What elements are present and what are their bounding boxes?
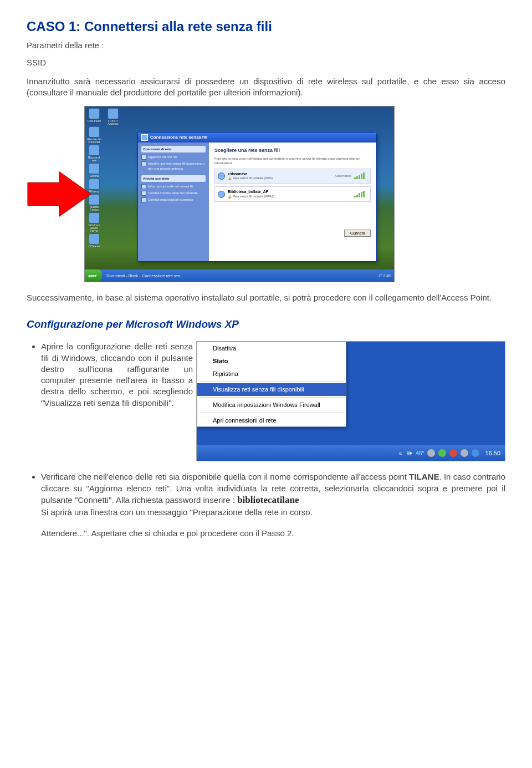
config-heading: Configurazione per Microsoft Windows XP — [27, 317, 505, 332]
network-security: Rete senza fili protetta (WPA) — [233, 176, 273, 180]
menu-item-apri-connessioni[interactable]: Apri connessioni di rete — [197, 414, 346, 427]
subtitle: Parametri della rete : — [27, 40, 505, 51]
paragraph-after-figure: Successivamente, in base al sistema oper… — [27, 292, 505, 303]
window-main: Scegliere una rete senza fili Fare clic … — [209, 143, 376, 261]
tray-clock: 16.50 — [485, 449, 500, 457]
antenna-icon — [218, 191, 225, 198]
intro-paragraph: Innanzitutto sarà necessario assicurarsi… — [27, 76, 505, 99]
network-name: Biblioteca_bollate_AP — [228, 189, 351, 194]
tray-chevron-icon[interactable]: « — [399, 450, 402, 457]
wireless-window: Connessione rete senza fili Operazioni d… — [137, 132, 377, 262]
connect-button[interactable]: Connetti — [344, 230, 371, 237]
red-arrow-icon — [27, 169, 92, 219]
menu-separator — [200, 413, 344, 413]
signal-icon — [354, 191, 367, 197]
menu-item-ripristina[interactable]: Ripristina — [197, 368, 346, 380]
menu-separator — [200, 397, 344, 398]
sidebar-header-1: Operazioni di rete — [141, 146, 206, 152]
window-title: Connessione rete senza fili — [150, 135, 207, 141]
menu-item-firewall[interactable]: Modifica impostazioni Windows Firewall — [197, 399, 346, 411]
bullet-1: Aprire la configurazione delle reti senz… — [41, 341, 193, 409]
sidebar-link[interactable]: Informazioni sulle reti senza fili — [141, 184, 206, 189]
network-auto: Automatico — [335, 174, 351, 178]
tray-bar: « 🕪 46° 16.50 — [197, 445, 505, 461]
context-menu: Disattiva Stato Ripristina Visualizza re… — [197, 342, 346, 427]
signal-icon — [354, 172, 367, 179]
tray-temperature: 46° — [416, 450, 424, 457]
tray-icon[interactable] — [438, 449, 446, 457]
bullet-2-text-pre: Verificare che nell'elenco delle reti si… — [41, 472, 409, 481]
tray-icon[interactable] — [461, 449, 468, 457]
taskbar: start Documenti - Block... Connessione r… — [85, 269, 394, 282]
bullet-2-tilane: TILANE — [409, 472, 439, 481]
ssid-label: SSID — [27, 57, 505, 68]
menu-item-visualizza-reti[interactable]: Visualizza reti senza fili disponibili — [197, 383, 346, 396]
figure-desktop: DocumentiF-PROT Antivirus Risorse del co… — [27, 106, 505, 282]
tray-speaker-icon[interactable]: 🕪 — [406, 449, 412, 457]
sidebar-header-2: Attività correlate — [141, 175, 206, 182]
bullet-2: Verificare che nell'elenco delle reti si… — [41, 471, 505, 518]
bottom-paragraph: Attendere...". Aspettare che si chiuda e… — [27, 528, 505, 539]
sidebar-link[interactable]: Aggiorna elenco reti — [141, 155, 206, 160]
window-icon — [141, 134, 148, 141]
svg-marker-0 — [28, 172, 91, 217]
sidebar-link[interactable]: Cambia impostazioni avanzate — [141, 197, 206, 202]
network-row[interactable]: Biblioteca_bollate_AP 🔒Rete senza fili p… — [214, 186, 371, 202]
sidebar-link[interactable]: Cambia l'ordine delle reti preferite — [141, 191, 206, 196]
sidebar-link[interactable]: Installa una rete senza fili domestica o… — [141, 161, 206, 170]
network-row[interactable]: csbnonew 🔒Rete senza fili protetta (WPA)… — [214, 169, 371, 184]
desktop-screenshot: DocumentiF-PROT Antivirus Risorse del co… — [84, 106, 395, 282]
page-title: CASO 1: Connettersi alla rete senza fili — [27, 18, 505, 35]
bullet-2-password: bibliotecatilane — [237, 495, 299, 505]
main-title: Scegliere una rete senza fili — [214, 147, 371, 154]
window-titlebar: Connessione rete senza fili — [138, 133, 376, 143]
network-security: Rete senza fili protetta (WPA2) — [233, 195, 274, 199]
antenna-icon — [218, 172, 225, 180]
network-name: csbnonew — [228, 171, 332, 176]
bullet-2-after: Si aprirà una finestra con un messaggio … — [41, 507, 313, 517]
tray-icon[interactable] — [427, 449, 435, 457]
lock-icon: 🔒 — [228, 195, 232, 199]
context-menu-screenshot: Disattiva Stato Ripristina Visualizza re… — [196, 341, 505, 461]
tray-icon[interactable] — [449, 449, 457, 457]
lock-icon: 🔒 — [228, 176, 232, 181]
tray-icon[interactable] — [472, 449, 479, 457]
start-button[interactable]: start — [85, 269, 102, 282]
system-tray: IT 2:49 — [378, 273, 394, 278]
window-sidebar: Operazioni di rete Aggiorna elenco reti … — [138, 143, 209, 261]
menu-item-stato[interactable]: Stato — [197, 355, 346, 368]
menu-item-disattiva[interactable]: Disattiva — [197, 342, 346, 355]
main-desc: Fare clic su una voce nell'elenco per co… — [214, 156, 371, 165]
taskbar-items[interactable]: Documenti - Block... Connessione rete se… — [102, 273, 183, 278]
menu-separator — [200, 382, 344, 382]
